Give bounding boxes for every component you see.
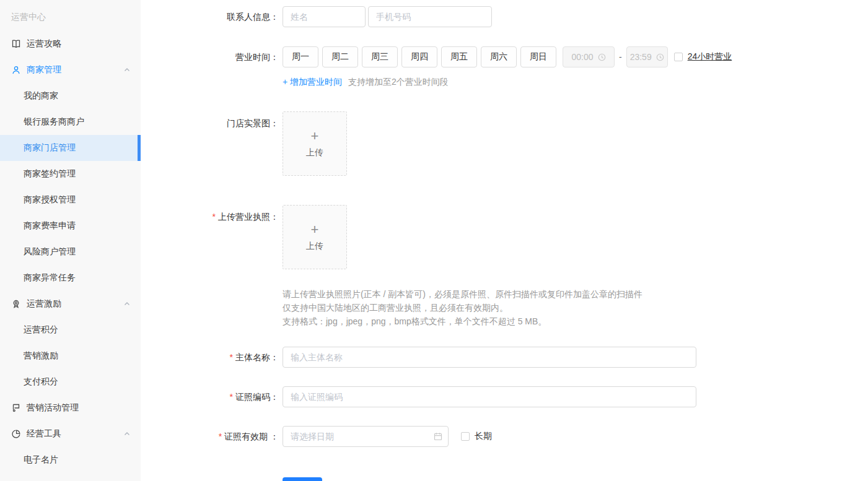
sidebar-item-label: 商家授权管理 bbox=[24, 194, 76, 206]
start-time-input[interactable]: 00:00 bbox=[563, 46, 615, 67]
upload-label: 上传 bbox=[306, 147, 323, 158]
chevron-up-icon[interactable] bbox=[123, 66, 131, 74]
add-business-hours-hint: 支持增加至2个营业时间段 bbox=[348, 77, 449, 88]
license-expiry-input[interactable] bbox=[283, 426, 449, 447]
sidebar-item-merchant-signing[interactable]: 商家签约管理 bbox=[0, 161, 141, 187]
sidebar-item-operation-guide[interactable]: 运营攻略 bbox=[0, 31, 141, 57]
day-button-sunday[interactable]: 周日 bbox=[520, 46, 556, 67]
required-asterisk: * bbox=[230, 352, 233, 362]
sidebar-item-label: 商家异常任务 bbox=[24, 272, 76, 284]
sidebar-item-risk-merchant-management[interactable]: 风险商户管理 bbox=[0, 239, 141, 265]
license-tips: 请上传营业执照照片(正本 / 副本皆可)，必须是原件照、原件扫描件或复印件加盖公… bbox=[283, 288, 642, 329]
sidebar-item-payment-points[interactable]: 支付积分 bbox=[0, 369, 141, 395]
clock-icon bbox=[598, 53, 606, 61]
sidebar-item-label: 商家管理 bbox=[27, 64, 61, 76]
sidebar-item-business-tools[interactable]: 经营工具 bbox=[0, 421, 141, 447]
medal-icon bbox=[11, 299, 21, 309]
required-asterisk: * bbox=[219, 431, 222, 441]
plus-icon: + bbox=[311, 222, 319, 237]
store-form: 联系人信息： 营业时间： 周一 周二 周三 周四 周五 周六 周日 00:00 bbox=[141, 0, 868, 481]
contact-phone-input[interactable] bbox=[368, 6, 492, 27]
sidebar-item-label: 营销激励 bbox=[24, 350, 58, 362]
day-button-monday[interactable]: 周一 bbox=[283, 46, 318, 67]
subject-name-row: *主体名称： bbox=[141, 347, 868, 368]
plus-icon: + bbox=[311, 129, 319, 144]
license-code-row: *证照编码： bbox=[141, 386, 868, 407]
license-tips-row: 请上传营业执照照片(正本 / 副本皆可)，必须是原件照、原件扫描件或复印件加盖公… bbox=[141, 288, 868, 329]
sidebar-item-label: 经营工具 bbox=[27, 428, 61, 440]
business-hours-row: 营业时间： 周一 周二 周三 周四 周五 周六 周日 00:00 - 23:59 bbox=[141, 46, 868, 67]
long-term-checkbox[interactable] bbox=[461, 432, 470, 441]
sidebar-item-label: 商家门店管理 bbox=[24, 142, 76, 154]
store-photo-upload[interactable]: + 上传 bbox=[283, 111, 347, 176]
sidebar-item-label: 我的商家 bbox=[24, 90, 58, 102]
license-expiry-row: *证照有效期 ： 长期 bbox=[141, 426, 868, 447]
chevron-up-icon[interactable] bbox=[123, 430, 131, 438]
sidebar-item-operation-incentives[interactable]: 运营激励 bbox=[0, 291, 141, 317]
user-icon bbox=[11, 65, 21, 75]
sidebar-item-merchant-management[interactable]: 商家管理 bbox=[0, 57, 141, 83]
chevron-up-icon[interactable] bbox=[123, 300, 131, 308]
sidebar-item-bank-service-merchants[interactable]: 银行服务商商户 bbox=[0, 109, 141, 135]
store-photo-row: 门店实景图： + 上传 bbox=[141, 111, 868, 176]
sidebar: 运营中心 运营攻略 商家管理 bbox=[0, 0, 141, 481]
all-day-checkbox[interactable] bbox=[674, 53, 683, 61]
license-expiry-date-picker[interactable] bbox=[283, 426, 449, 447]
add-hours-row: + 增加营业时间 支持增加至2个营业时间段 bbox=[141, 77, 868, 89]
sidebar-item-label: 商家签约管理 bbox=[24, 168, 76, 180]
sidebar-item-merchant-rate-application[interactable]: 商家费率申请 bbox=[0, 213, 141, 239]
required-asterisk: * bbox=[213, 212, 216, 222]
all-day-label: 24小时营业 bbox=[688, 51, 732, 63]
contact-info-label: 联系人信息： bbox=[141, 6, 283, 27]
long-term-label: 长期 bbox=[475, 431, 492, 442]
end-time-value: 23:59 bbox=[630, 52, 652, 62]
sidebar-item-label: 银行服务商商户 bbox=[24, 116, 84, 128]
subject-name-label: *主体名称： bbox=[141, 347, 283, 368]
day-button-thursday[interactable]: 周四 bbox=[401, 46, 437, 67]
subject-name-input[interactable] bbox=[283, 347, 696, 368]
sidebar-title: 运营中心 bbox=[0, 4, 141, 31]
license-upload[interactable]: + 上传 bbox=[283, 205, 347, 269]
sidebar-item-merchant-authorization[interactable]: 商家授权管理 bbox=[0, 187, 141, 213]
app-layout: 运营中心 运营攻略 商家管理 bbox=[0, 0, 868, 481]
license-upload-label: *上传营业执照： bbox=[141, 206, 283, 227]
license-expiry-label: *证照有效期 ： bbox=[141, 426, 283, 447]
day-button-tuesday[interactable]: 周二 bbox=[322, 46, 358, 67]
sidebar-item-operation-points[interactable]: 运营积分 bbox=[0, 317, 141, 343]
start-time-value: 00:00 bbox=[571, 52, 593, 62]
book-icon bbox=[11, 39, 21, 49]
license-tip-line: 支持格式：jpg，jpeg，png，bmp格式文件，单个文件不超过 5 MB。 bbox=[283, 315, 642, 328]
submit-row bbox=[141, 477, 868, 481]
sidebar-item-label: 支付积分 bbox=[24, 376, 58, 388]
add-business-hours-link[interactable]: + 增加营业时间 bbox=[283, 77, 342, 88]
sidebar-item-label: 风险商户管理 bbox=[24, 246, 76, 258]
business-hours-label: 营业时间： bbox=[141, 46, 283, 67]
license-code-input[interactable] bbox=[283, 386, 696, 407]
sidebar-item-marketing-incentives[interactable]: 营销激励 bbox=[0, 343, 141, 369]
sidebar-item-digital-business-card[interactable]: 电子名片 bbox=[0, 447, 141, 473]
license-tip-line: 仅支持中国大陆地区的工商营业执照，且必须在有效期内。 bbox=[283, 301, 642, 314]
sidebar-item-label: 运营攻略 bbox=[27, 38, 61, 50]
license-code-label: *证照编码： bbox=[141, 386, 283, 407]
license-upload-row: *上传营业执照： + 上传 bbox=[141, 205, 868, 269]
sidebar-item-merchant-store-management[interactable]: 商家门店管理 bbox=[0, 135, 141, 161]
sidebar-item-label: 运营激励 bbox=[27, 298, 61, 310]
sidebar-item-marketing-activity-management[interactable]: 营销活动管理 bbox=[0, 395, 141, 421]
day-button-saturday[interactable]: 周六 bbox=[481, 46, 517, 67]
day-button-friday[interactable]: 周五 bbox=[441, 46, 477, 67]
sidebar-item-label: 电子名片 bbox=[24, 454, 58, 466]
submit-button[interactable] bbox=[283, 477, 322, 481]
sidebar-item-my-merchants[interactable]: 我的商家 bbox=[0, 83, 141, 109]
contact-name-input[interactable] bbox=[283, 6, 366, 27]
time-range-separator: - bbox=[619, 52, 622, 62]
store-photo-label: 门店实景图： bbox=[141, 113, 283, 134]
sidebar-item-merchant-abnormal-tasks[interactable]: 商家异常任务 bbox=[0, 265, 141, 291]
required-asterisk: * bbox=[230, 392, 233, 402]
license-tip-line: 请上传营业执照照片(正本 / 副本皆可)，必须是原件照、原件扫描件或复印件加盖公… bbox=[283, 288, 642, 301]
upload-label: 上传 bbox=[306, 241, 323, 252]
sidebar-item-label: 运营积分 bbox=[24, 324, 58, 336]
contact-info-row: 联系人信息： bbox=[141, 6, 868, 27]
calendar-icon bbox=[434, 432, 442, 441]
day-button-wednesday[interactable]: 周三 bbox=[362, 46, 398, 67]
end-time-input[interactable]: 23:59 bbox=[626, 46, 668, 67]
